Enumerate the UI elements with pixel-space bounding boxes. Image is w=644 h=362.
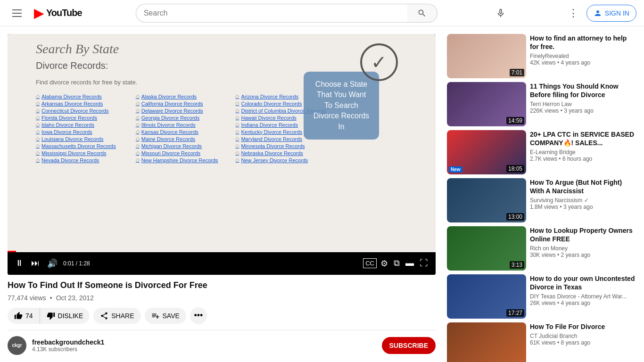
- upload-date: Oct 23, 2012: [56, 294, 94, 302]
- state-link: California Divorce Records: [136, 100, 226, 107]
- sidebar-video-info: 20+ LPA CTC in SERVICE BASED COMPANY🔥! S…: [530, 130, 636, 174]
- sidebar-video-item[interactable]: 18:05New20+ LPA CTC in SERVICE BASED COM…: [447, 130, 636, 174]
- player-right-controls: CC ⚙ ⧉ ▬ ⛶: [363, 256, 430, 271]
- sidebar-channel-name: Rich on Money: [530, 245, 636, 252]
- theater-button[interactable]: ▬: [404, 256, 416, 270]
- avatar-text: ckgr: [12, 343, 22, 348]
- main-content: Search By State Divorce Records: Find di…: [0, 26, 644, 362]
- states-grid: Alabama Divorce RecordsAlaska Divorce Re…: [36, 93, 326, 163]
- state-link: Louisiana Divorce Records: [36, 136, 126, 142]
- state-link: Michigan Divorce Records: [136, 143, 226, 149]
- sidebar-video-title: How To Argue (But Not Fight) With A Narc…: [530, 178, 636, 195]
- sidebar-video-info: How to Lookup Property Owners Online FRE…: [530, 226, 636, 271]
- miniplayer-button[interactable]: ⧉: [392, 256, 402, 270]
- video-thumbnail: 7:01: [447, 34, 526, 78]
- settings-button[interactable]: ⚙: [379, 256, 390, 271]
- search-button[interactable]: [407, 4, 438, 23]
- thumbs-down-icon: [47, 312, 55, 320]
- share-icon: [100, 312, 108, 320]
- sidebar-video-title: How to Lookup Property Owners Online FRE…: [530, 226, 636, 243]
- video-controls: ⏸ ⏭ 🔊 0:01 / 1:28 CC ⚙ ⧉ ▬ ⛶: [8, 252, 436, 275]
- verified-icon: ✓: [584, 197, 589, 204]
- state-link: Idaho Divorce Records: [36, 122, 126, 128]
- video-find-text: Find divorce records for free by state.: [36, 79, 137, 86]
- subtitles-button[interactable]: CC: [363, 258, 377, 268]
- microphone-button[interactable]: [491, 4, 510, 23]
- sidebar-video-title: How To File For Divorce: [530, 322, 636, 331]
- state-link: Nevada Divorce Records: [36, 157, 126, 163]
- state-link: New Hampshire Divorce Records: [136, 157, 226, 163]
- sidebar-video-title: How to do your own Uncontested Divorce i…: [530, 274, 636, 291]
- sidebar-video-meta: 61K views • 8 years ago: [530, 339, 636, 346]
- fullscreen-button[interactable]: ⛶: [418, 256, 430, 270]
- video-overlay-title: Search By State: [36, 41, 119, 57]
- sidebar-video-item[interactable]: 13:00How To Argue (But Not Fight) With A…: [447, 178, 636, 222]
- sidebar-video-title: 20+ LPA CTC in SERVICE BASED COMPANY🔥! S…: [530, 130, 636, 147]
- video-thumbnail: 17:27: [447, 274, 526, 319]
- thumbs-up-icon: [14, 312, 23, 320]
- subscribe-button[interactable]: SUBSCRIBE: [382, 337, 436, 354]
- channel-avatar[interactable]: ckgr: [8, 336, 26, 355]
- header: ▶ YouTube ⋮ SIGN IN: [0, 0, 644, 26]
- sidebar-video-item[interactable]: 3:13How to Lookup Property Owners Online…: [447, 226, 636, 271]
- state-link: Alaska Divorce Records: [136, 93, 226, 99]
- dislike-button[interactable]: DISLIKE: [40, 308, 90, 324]
- state-link: Missouri Divorce Records: [136, 150, 226, 156]
- like-count: 74: [25, 312, 33, 320]
- channel-details: freebackgroundcheck1 4.13K subscribers: [32, 338, 376, 353]
- play-pause-button[interactable]: ⏸: [13, 256, 25, 270]
- video-overlay-subtitle: Divorce Records:: [36, 60, 108, 71]
- more-options-button[interactable]: ⋮: [564, 4, 583, 23]
- sidebar-video-item[interactable]: 14:5911 Things You Should Know Before fi…: [447, 82, 636, 126]
- video-info: How To Find Out If Someone is Divorced F…: [8, 275, 436, 362]
- sidebar-video-meta: 226K views • 3 years ago: [530, 107, 636, 114]
- sidebar-channel-name: Surviving Narcissism ✓: [530, 197, 636, 204]
- sign-in-button[interactable]: SIGN IN: [586, 5, 636, 22]
- state-link: Georgia Divorce Records: [136, 115, 226, 121]
- sidebar-video-meta: 30K views • 2 years ago: [530, 252, 636, 258]
- sidebar-video-item[interactable]: 17:27How to do your own Uncontested Divo…: [447, 274, 636, 319]
- sidebar-video-meta: 1.8M views • 3 years ago: [530, 204, 636, 210]
- channel-name[interactable]: freebackgroundcheck1: [32, 338, 376, 346]
- new-badge: New: [449, 166, 462, 173]
- subscriber-count: 4.13K subscribers: [32, 346, 376, 353]
- state-link: Illinois Divorce Records: [136, 122, 226, 128]
- more-actions-button[interactable]: •••: [190, 307, 207, 324]
- sidebar-video-title: How to find an attorney to help for free…: [530, 34, 636, 51]
- sidebar: 7:01How to find an attorney to help for …: [447, 34, 636, 362]
- state-link: Kansas Divorce Records: [136, 129, 226, 135]
- video-duration: 3:13: [510, 261, 524, 269]
- search-area: [136, 4, 438, 23]
- sidebar-video-item[interactable]: How To File For DivorceCT Judicial Branc…: [447, 322, 636, 362]
- state-link: Delaware Divorce Records: [136, 107, 226, 114]
- sidebar-video-item[interactable]: 7:01How to find an attorney to help for …: [447, 34, 636, 78]
- header-right: ⋮ SIGN IN: [564, 4, 636, 23]
- sidebar-video-info: How To Argue (But Not Fight) With A Narc…: [530, 178, 636, 222]
- video-thumbnail: [447, 322, 526, 362]
- channel-info: ckgr freebackgroundcheck1 4.13K subscrib…: [8, 330, 436, 361]
- state-link: Minnesota Divorce Records: [235, 143, 326, 149]
- youtube-logo[interactable]: ▶ YouTube: [34, 5, 82, 21]
- video-thumbnail: 13:00: [447, 178, 526, 222]
- volume-button[interactable]: 🔊: [45, 256, 59, 271]
- sidebar-video-meta: 2.7K views • 6 hours ago: [530, 156, 636, 162]
- search-input[interactable]: [136, 4, 407, 23]
- state-link: Florida Divorce Records: [36, 115, 126, 121]
- header-left: ▶ YouTube: [8, 4, 82, 23]
- video-duration: 17:27: [506, 309, 524, 317]
- share-button[interactable]: SHARE: [93, 308, 140, 324]
- state-link: Maine Divorce Records: [136, 136, 226, 142]
- video-player[interactable]: Search By State Divorce Records: Find di…: [8, 34, 436, 275]
- save-icon: [151, 312, 160, 320]
- state-link: Arkansas Divorce Records: [36, 100, 126, 107]
- save-label: SAVE: [163, 312, 180, 320]
- video-thumbnail: 14:59: [447, 82, 526, 126]
- sidebar-video-info: How To File For DivorceCT Judicial Branc…: [530, 322, 636, 362]
- next-button[interactable]: ⏭: [29, 256, 41, 270]
- menu-button[interactable]: [8, 4, 26, 23]
- like-button[interactable]: 74: [8, 308, 40, 324]
- save-button[interactable]: SAVE: [145, 308, 186, 324]
- sidebar-video-info: How to do your own Uncontested Divorce i…: [530, 274, 636, 319]
- state-link: Alabama Divorce Records: [36, 93, 126, 99]
- sidebar-channel-name: CT Judicial Branch: [530, 333, 636, 339]
